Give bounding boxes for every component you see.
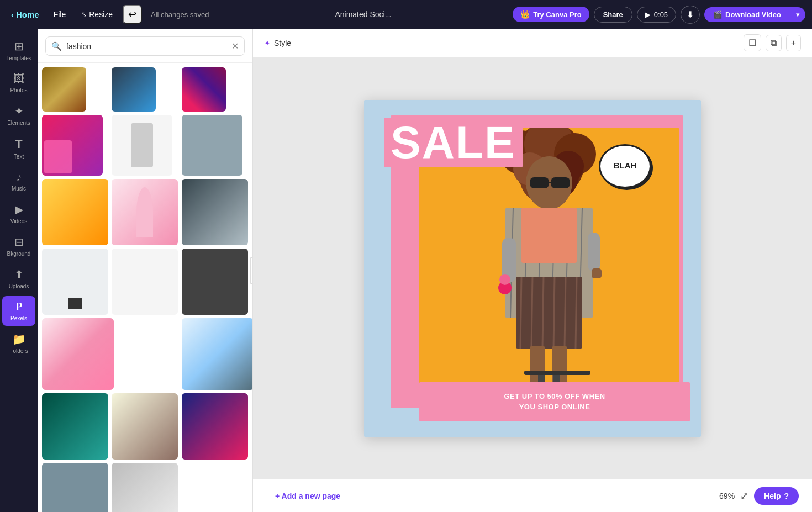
- sidebar-item-templates[interactable]: ⊞ Templates: [2, 35, 35, 66]
- sidebar-item-label: Elements: [7, 120, 30, 126]
- folders-icon: 📁: [12, 332, 26, 346]
- background-icon: ⊟: [14, 235, 24, 249]
- sidebar-item-photos[interactable]: 🖼 Photos: [2, 68, 35, 98]
- canvas-toolbar: ✦ Style ☐ ⧉ +: [253, 29, 812, 57]
- canvas-toolbar-left: ✦ Style: [264, 39, 291, 47]
- top-navbar: ‹ Home File ⤡ Resize ↩ All changes saved…: [0, 0, 812, 29]
- svg-rect-36: [592, 268, 602, 278]
- svg-rect-9: [530, 177, 549, 188]
- svg-rect-10: [551, 177, 570, 188]
- home-label: Home: [16, 10, 39, 19]
- help-button[interactable]: Help ?: [754, 487, 799, 505]
- undo-button[interactable]: ↩: [123, 5, 142, 24]
- sidebar-item-label: Videos: [10, 218, 27, 224]
- photo-item[interactable]: [182, 393, 248, 460]
- templates-icon: ⊞: [14, 40, 24, 53]
- text-icon: T: [15, 137, 22, 151]
- sale-text: SALE: [384, 118, 523, 167]
- svg-rect-20: [516, 277, 582, 349]
- bottom-bar: + Add a new page 69% ⤢ Help ?: [253, 479, 812, 512]
- resize-icon: ⤡: [81, 10, 87, 18]
- photo-item[interactable]: [112, 115, 172, 176]
- duplicate-button[interactable]: ⧉: [766, 35, 782, 51]
- sidebar: ⊞ Templates 🖼 Photos ✦ Elements T Text ♪…: [0, 29, 38, 512]
- sidebar-item-label: Uploads: [9, 283, 29, 289]
- zoom-expand-button[interactable]: ⤢: [740, 490, 748, 502]
- svg-rect-29: [524, 371, 590, 375]
- search-bar: 🔍 ✕: [38, 29, 252, 63]
- sidebar-item-label: Photos: [10, 87, 27, 93]
- add-button[interactable]: +: [786, 35, 801, 51]
- photo-item[interactable]: [182, 179, 248, 245]
- download-dropdown-button[interactable]: ▾: [790, 7, 805, 22]
- document-title[interactable]: Animated Soci...: [218, 10, 509, 19]
- sidebar-item-label: Folders: [9, 348, 28, 354]
- photo-item[interactable]: [112, 463, 178, 512]
- sidebar-item-videos[interactable]: ▶ Videos: [2, 198, 35, 229]
- download-video-button[interactable]: 🎬 Download Video: [704, 7, 790, 22]
- sidebar-item-label: Templates: [6, 55, 31, 61]
- sidebar-item-uploads[interactable]: ⬆ Uploads: [2, 263, 35, 294]
- photo-item[interactable]: [42, 179, 108, 245]
- preview-button[interactable]: ▶ 0:05: [637, 7, 676, 23]
- design-card: SALE BLAH GET UP TO 50% OFF WHENYOU SHOP…: [364, 100, 701, 437]
- download-video-group: 🎬 Download Video ▾: [704, 7, 805, 22]
- file-button[interactable]: File: [48, 8, 72, 21]
- sidebar-item-music[interactable]: ♪ Music: [2, 166, 35, 196]
- sidebar-item-elements[interactable]: ✦ Elements: [2, 100, 35, 130]
- photo-item[interactable]: [42, 115, 103, 176]
- photo-item[interactable]: [182, 318, 252, 390]
- resize-button[interactable]: ⤡ Resize: [76, 8, 118, 21]
- canvas-area: ✦ Style ☐ ⧉ +: [253, 29, 812, 512]
- style-button[interactable]: ✦ Style: [264, 39, 291, 47]
- videos-icon: ▶: [15, 203, 23, 216]
- zoom-level: 69%: [719, 492, 735, 500]
- photo-item[interactable]: [42, 393, 108, 460]
- sidebar-item-pexels[interactable]: P Pexels: [2, 296, 35, 326]
- search-input-wrapper: 🔍 ✕: [45, 36, 245, 56]
- photo-item[interactable]: [182, 115, 242, 176]
- sidebar-item-label: Music: [12, 186, 26, 192]
- sidebar-item-text[interactable]: T Text: [2, 133, 35, 164]
- photo-item[interactable]: [112, 249, 178, 315]
- photo-item[interactable]: [42, 318, 114, 390]
- video-download-icon: 🎬: [713, 10, 722, 19]
- chevron-left-icon: ‹: [11, 10, 14, 19]
- canvas-toolbar-right: ☐ ⧉ +: [744, 34, 801, 51]
- sidebar-item-label: Bkground: [7, 251, 31, 257]
- bottom-right-controls: 69% ⤢ Help ?: [719, 487, 799, 505]
- svg-rect-19: [521, 208, 577, 263]
- uploads-icon: ⬆: [14, 268, 24, 281]
- photo-item[interactable]: [42, 463, 108, 512]
- share-button[interactable]: Share: [594, 7, 632, 23]
- try-canva-pro-button[interactable]: 👑 Try Canva Pro: [513, 7, 589, 22]
- add-page-button[interactable]: + Add a new page: [266, 487, 349, 505]
- svg-line-21: [520, 277, 521, 349]
- svg-line-24: [553, 277, 555, 349]
- photo-item[interactable]: [42, 249, 108, 315]
- music-icon: ♪: [16, 171, 22, 183]
- canvas-workspace[interactable]: SALE BLAH GET UP TO 50% OFF WHENYOU SHOP…: [253, 57, 812, 479]
- photo-item[interactable]: [182, 249, 248, 315]
- photo-item[interactable]: [112, 179, 178, 245]
- crown-icon: 👑: [520, 10, 530, 19]
- download-icon-button[interactable]: ⬇: [681, 6, 700, 24]
- photos-icon: 🖼: [13, 72, 24, 85]
- sidebar-item-background[interactable]: ⊟ Bkground: [2, 231, 35, 261]
- bottom-banner-text: GET UP TO 50% OFF WHENYOU SHOP ONLINE: [430, 391, 679, 413]
- saved-status: All changes saved: [151, 10, 209, 19]
- play-icon: ▶: [645, 10, 651, 19]
- photo-item[interactable]: [182, 67, 226, 112]
- help-icon: ?: [784, 492, 789, 500]
- photo-item[interactable]: [112, 67, 156, 112]
- sidebar-item-folders[interactable]: 📁 Folders: [2, 328, 35, 358]
- clear-search-button[interactable]: ✕: [231, 41, 239, 51]
- photo-item[interactable]: [112, 393, 178, 460]
- svg-line-23: [542, 277, 544, 349]
- notes-button[interactable]: ☐: [744, 34, 761, 51]
- photo-item[interactable]: [42, 67, 86, 112]
- bottom-banner: GET UP TO 50% OFF WHENYOU SHOP ONLINE: [419, 382, 690, 421]
- elements-icon: ✦: [14, 104, 24, 118]
- home-button[interactable]: ‹ Home: [7, 8, 44, 22]
- search-input[interactable]: [66, 42, 227, 51]
